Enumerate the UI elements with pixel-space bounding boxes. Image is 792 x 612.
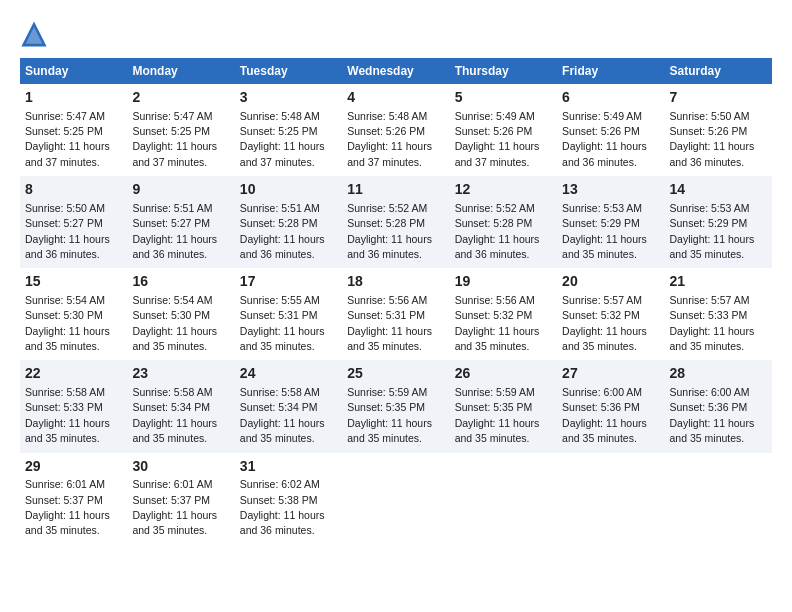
day-info: Sunrise: 5:52 AMSunset: 5:28 PMDaylight:…	[455, 202, 540, 260]
day-number: 11	[347, 180, 444, 200]
day-number: 19	[455, 272, 552, 292]
calendar-header-thursday: Thursday	[450, 58, 557, 84]
calendar-cell	[557, 453, 664, 545]
day-info: Sunrise: 5:48 AMSunset: 5:26 PMDaylight:…	[347, 110, 432, 168]
day-number: 15	[25, 272, 122, 292]
calendar-week-1: 1Sunrise: 5:47 AMSunset: 5:25 PMDaylight…	[20, 84, 772, 176]
day-info: Sunrise: 5:54 AMSunset: 5:30 PMDaylight:…	[25, 294, 110, 352]
day-info: Sunrise: 6:00 AMSunset: 5:36 PMDaylight:…	[562, 386, 647, 444]
calendar-cell: 4Sunrise: 5:48 AMSunset: 5:26 PMDaylight…	[342, 84, 449, 176]
calendar-cell: 9Sunrise: 5:51 AMSunset: 5:27 PMDaylight…	[127, 176, 234, 268]
day-number: 18	[347, 272, 444, 292]
day-info: Sunrise: 5:48 AMSunset: 5:25 PMDaylight:…	[240, 110, 325, 168]
day-number: 1	[25, 88, 122, 108]
day-number: 31	[240, 457, 337, 477]
calendar-cell: 3Sunrise: 5:48 AMSunset: 5:25 PMDaylight…	[235, 84, 342, 176]
day-info: Sunrise: 6:01 AMSunset: 5:37 PMDaylight:…	[25, 478, 110, 536]
calendar-cell: 8Sunrise: 5:50 AMSunset: 5:27 PMDaylight…	[20, 176, 127, 268]
calendar-header-tuesday: Tuesday	[235, 58, 342, 84]
day-info: Sunrise: 6:01 AMSunset: 5:37 PMDaylight:…	[132, 478, 217, 536]
day-number: 20	[562, 272, 659, 292]
calendar-week-5: 29Sunrise: 6:01 AMSunset: 5:37 PMDayligh…	[20, 453, 772, 545]
calendar-cell: 11Sunrise: 5:52 AMSunset: 5:28 PMDayligh…	[342, 176, 449, 268]
day-info: Sunrise: 5:58 AMSunset: 5:34 PMDaylight:…	[132, 386, 217, 444]
day-info: Sunrise: 5:56 AMSunset: 5:32 PMDaylight:…	[455, 294, 540, 352]
day-info: Sunrise: 5:58 AMSunset: 5:34 PMDaylight:…	[240, 386, 325, 444]
day-number: 5	[455, 88, 552, 108]
calendar-header-monday: Monday	[127, 58, 234, 84]
calendar-header-saturday: Saturday	[665, 58, 772, 84]
day-number: 3	[240, 88, 337, 108]
day-number: 17	[240, 272, 337, 292]
day-number: 14	[670, 180, 767, 200]
day-info: Sunrise: 5:56 AMSunset: 5:31 PMDaylight:…	[347, 294, 432, 352]
logo-icon	[20, 20, 48, 48]
calendar-cell: 20Sunrise: 5:57 AMSunset: 5:32 PMDayligh…	[557, 268, 664, 360]
day-number: 25	[347, 364, 444, 384]
day-info: Sunrise: 5:54 AMSunset: 5:30 PMDaylight:…	[132, 294, 217, 352]
day-number: 7	[670, 88, 767, 108]
calendar-cell: 25Sunrise: 5:59 AMSunset: 5:35 PMDayligh…	[342, 360, 449, 452]
day-info: Sunrise: 6:00 AMSunset: 5:36 PMDaylight:…	[670, 386, 755, 444]
calendar-cell: 30Sunrise: 6:01 AMSunset: 5:37 PMDayligh…	[127, 453, 234, 545]
day-number: 30	[132, 457, 229, 477]
day-info: Sunrise: 5:53 AMSunset: 5:29 PMDaylight:…	[562, 202, 647, 260]
calendar-cell: 23Sunrise: 5:58 AMSunset: 5:34 PMDayligh…	[127, 360, 234, 452]
day-number: 16	[132, 272, 229, 292]
calendar-cell: 7Sunrise: 5:50 AMSunset: 5:26 PMDaylight…	[665, 84, 772, 176]
calendar-cell: 28Sunrise: 6:00 AMSunset: 5:36 PMDayligh…	[665, 360, 772, 452]
calendar-cell: 26Sunrise: 5:59 AMSunset: 5:35 PMDayligh…	[450, 360, 557, 452]
calendar-cell: 5Sunrise: 5:49 AMSunset: 5:26 PMDaylight…	[450, 84, 557, 176]
calendar-table: SundayMondayTuesdayWednesdayThursdayFrid…	[20, 58, 772, 545]
day-info: Sunrise: 5:47 AMSunset: 5:25 PMDaylight:…	[132, 110, 217, 168]
calendar-cell: 18Sunrise: 5:56 AMSunset: 5:31 PMDayligh…	[342, 268, 449, 360]
day-info: Sunrise: 5:52 AMSunset: 5:28 PMDaylight:…	[347, 202, 432, 260]
calendar-week-2: 8Sunrise: 5:50 AMSunset: 5:27 PMDaylight…	[20, 176, 772, 268]
day-number: 26	[455, 364, 552, 384]
calendar-cell: 19Sunrise: 5:56 AMSunset: 5:32 PMDayligh…	[450, 268, 557, 360]
calendar-cell	[342, 453, 449, 545]
calendar-cell: 27Sunrise: 6:00 AMSunset: 5:36 PMDayligh…	[557, 360, 664, 452]
day-number: 22	[25, 364, 122, 384]
day-info: Sunrise: 5:49 AMSunset: 5:26 PMDaylight:…	[455, 110, 540, 168]
calendar-cell: 1Sunrise: 5:47 AMSunset: 5:25 PMDaylight…	[20, 84, 127, 176]
calendar-header-wednesday: Wednesday	[342, 58, 449, 84]
day-number: 8	[25, 180, 122, 200]
day-number: 29	[25, 457, 122, 477]
day-number: 2	[132, 88, 229, 108]
day-number: 12	[455, 180, 552, 200]
calendar-cell	[665, 453, 772, 545]
day-number: 6	[562, 88, 659, 108]
calendar-cell: 16Sunrise: 5:54 AMSunset: 5:30 PMDayligh…	[127, 268, 234, 360]
calendar-cell: 22Sunrise: 5:58 AMSunset: 5:33 PMDayligh…	[20, 360, 127, 452]
day-info: Sunrise: 5:47 AMSunset: 5:25 PMDaylight:…	[25, 110, 110, 168]
day-number: 27	[562, 364, 659, 384]
calendar-cell: 17Sunrise: 5:55 AMSunset: 5:31 PMDayligh…	[235, 268, 342, 360]
calendar-cell: 24Sunrise: 5:58 AMSunset: 5:34 PMDayligh…	[235, 360, 342, 452]
calendar-header-row: SundayMondayTuesdayWednesdayThursdayFrid…	[20, 58, 772, 84]
day-info: Sunrise: 5:57 AMSunset: 5:33 PMDaylight:…	[670, 294, 755, 352]
day-number: 28	[670, 364, 767, 384]
calendar-cell: 29Sunrise: 6:01 AMSunset: 5:37 PMDayligh…	[20, 453, 127, 545]
day-number: 4	[347, 88, 444, 108]
logo	[20, 20, 52, 48]
calendar-cell: 6Sunrise: 5:49 AMSunset: 5:26 PMDaylight…	[557, 84, 664, 176]
day-info: Sunrise: 5:59 AMSunset: 5:35 PMDaylight:…	[347, 386, 432, 444]
day-number: 23	[132, 364, 229, 384]
day-info: Sunrise: 5:50 AMSunset: 5:26 PMDaylight:…	[670, 110, 755, 168]
page-header	[20, 20, 772, 48]
day-info: Sunrise: 5:51 AMSunset: 5:27 PMDaylight:…	[132, 202, 217, 260]
day-info: Sunrise: 5:59 AMSunset: 5:35 PMDaylight:…	[455, 386, 540, 444]
calendar-cell: 12Sunrise: 5:52 AMSunset: 5:28 PMDayligh…	[450, 176, 557, 268]
calendar-header-friday: Friday	[557, 58, 664, 84]
day-info: Sunrise: 5:53 AMSunset: 5:29 PMDaylight:…	[670, 202, 755, 260]
day-info: Sunrise: 5:51 AMSunset: 5:28 PMDaylight:…	[240, 202, 325, 260]
day-number: 21	[670, 272, 767, 292]
calendar-cell: 31Sunrise: 6:02 AMSunset: 5:38 PMDayligh…	[235, 453, 342, 545]
day-number: 13	[562, 180, 659, 200]
day-info: Sunrise: 5:50 AMSunset: 5:27 PMDaylight:…	[25, 202, 110, 260]
day-info: Sunrise: 5:49 AMSunset: 5:26 PMDaylight:…	[562, 110, 647, 168]
calendar-cell: 2Sunrise: 5:47 AMSunset: 5:25 PMDaylight…	[127, 84, 234, 176]
calendar-body: 1Sunrise: 5:47 AMSunset: 5:25 PMDaylight…	[20, 84, 772, 545]
day-info: Sunrise: 5:57 AMSunset: 5:32 PMDaylight:…	[562, 294, 647, 352]
